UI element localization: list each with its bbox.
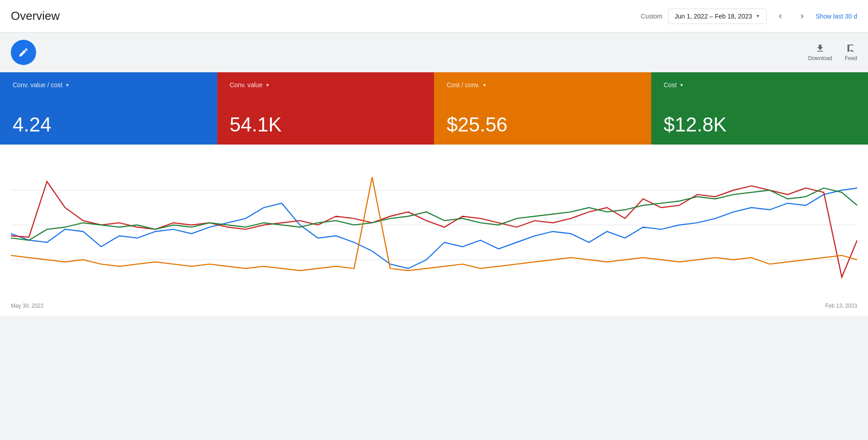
date-range-text: Jun 1, 2022 – Feb 18, 2023	[675, 13, 752, 20]
chevron-right-icon	[798, 12, 806, 20]
metric-card-cost-conv[interactable]: Cost / conv. ▼ $25.56	[434, 72, 651, 145]
show-last-link[interactable]: Show last 30 d	[816, 13, 857, 20]
toolbar-area: Download Feed	[0, 33, 868, 72]
metric-value-conv-value: 54.1K	[230, 114, 422, 136]
metric-value-conv-value-cost: 4.24	[13, 114, 205, 136]
toolbar-actions: Download Feed	[808, 43, 857, 61]
chart-area: May 30, 2022 Feb 13, 2023	[0, 145, 868, 316]
header: Overview Custom Jun 1, 2022 – Feb 18, 20…	[0, 0, 868, 33]
chevron-down-icon: ▼	[756, 14, 760, 19]
metric-value-cost: $12.8K	[664, 114, 856, 136]
chart-x-label-end: Feb 13, 2023	[825, 303, 857, 309]
metric-dropdown-icon: ▼	[679, 83, 684, 88]
feed-button[interactable]: Feed	[845, 43, 857, 61]
chart-x-labels: May 30, 2022 Feb 13, 2023	[11, 303, 857, 309]
metric-card-conv-value-cost[interactable]: Conv. value / cost ▼ 4.24	[0, 72, 217, 145]
custom-label: Custom	[641, 13, 663, 20]
prev-period-button[interactable]	[772, 8, 789, 24]
feed-icon	[846, 43, 856, 53]
download-button[interactable]: Download	[808, 43, 832, 61]
metric-dropdown-icon: ▼	[482, 83, 487, 88]
metric-card-cost[interactable]: Cost ▼ $12.8K	[651, 72, 868, 145]
edit-button[interactable]	[11, 40, 36, 65]
next-period-button[interactable]	[794, 8, 810, 24]
chart-container: May 30, 2022 Feb 13, 2023	[11, 155, 857, 295]
metric-label-conv-value: Conv. value ▼	[230, 81, 422, 89]
metric-label-conv-value-cost: Conv. value / cost ▼	[13, 81, 205, 89]
metric-dropdown-icon: ▼	[65, 83, 70, 88]
metric-label-cost-conv: Cost / conv. ▼	[447, 81, 639, 89]
download-icon	[815, 43, 825, 53]
metric-cards: Conv. value / cost ▼ 4.24 Conv. value ▼ …	[0, 72, 868, 145]
pencil-icon	[18, 47, 29, 58]
performance-chart	[11, 155, 857, 295]
metric-dropdown-icon: ▼	[265, 83, 270, 88]
metric-value-cost-conv: $25.56	[447, 114, 639, 136]
chart-x-label-start: May 30, 2022	[11, 303, 44, 309]
download-label: Download	[808, 55, 832, 61]
page-title: Overview	[11, 9, 60, 23]
date-range-button[interactable]: Jun 1, 2022 – Feb 18, 2023 ▼	[668, 9, 767, 24]
metric-label-cost: Cost ▼	[664, 81, 856, 89]
chevron-left-icon	[776, 12, 784, 20]
feed-label: Feed	[845, 55, 857, 61]
header-controls: Custom Jun 1, 2022 – Feb 18, 2023 ▼ Show…	[641, 8, 857, 24]
metric-card-conv-value[interactable]: Conv. value ▼ 54.1K	[217, 72, 434, 145]
